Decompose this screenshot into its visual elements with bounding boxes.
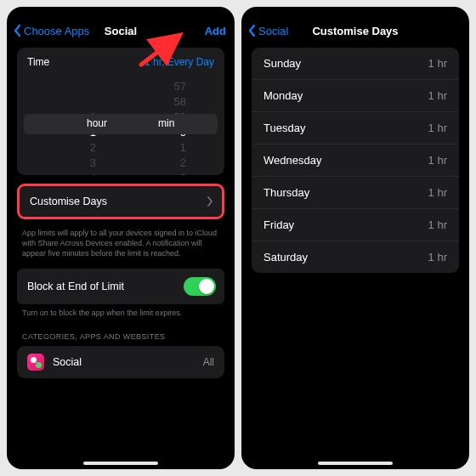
day-row-sun[interactable]: Sunday1 hr (252, 48, 459, 80)
picker-selection-band (24, 114, 218, 134)
category-meta: All (203, 356, 214, 368)
phone-left: Choose Apps Social Add Time 1 hr, Every … (7, 7, 235, 469)
content: Time 1 hr, Every Day 0 1 2 3 4 (7, 48, 235, 469)
time-picker-card: Time 1 hr, Every Day 0 1 2 3 4 (17, 48, 224, 175)
customise-days-row[interactable]: Customise Days (20, 186, 222, 217)
back-button[interactable]: Choose Apps (12, 24, 89, 37)
nav-bar: Social Customise Days (241, 19, 469, 48)
chevron-left-icon (246, 24, 257, 37)
status-bar (7, 7, 235, 19)
chevron-right-icon (207, 196, 213, 207)
highlight-customise-days: Customise Days (17, 184, 224, 219)
day-row-thu[interactable]: Thursday1 hr (252, 177, 459, 209)
category-row[interactable]: Social All (17, 346, 224, 378)
back-button[interactable]: Social (246, 24, 288, 37)
limits-footnote: App limits will apply to all your device… (17, 224, 224, 269)
status-bar (241, 7, 469, 19)
day-row-fri[interactable]: Friday1 hr (252, 209, 459, 241)
back-label: Choose Apps (24, 25, 89, 37)
block-row: Block at End of Limit (17, 269, 224, 304)
duration-picker[interactable]: 0 1 2 3 4 57 58 59 0 1 2 3 (17, 73, 224, 175)
day-row-wed[interactable]: Wednesday1 hr (252, 144, 459, 177)
category-label: Social (53, 356, 195, 368)
day-row-sat[interactable]: Saturday1 hr (252, 241, 459, 273)
home-indicator[interactable] (318, 462, 393, 465)
add-button[interactable]: Add (205, 25, 226, 37)
social-icon (27, 354, 44, 371)
home-indicator[interactable] (83, 462, 158, 465)
min-unit: min (158, 117, 174, 129)
time-row[interactable]: Time 1 hr, Every Day (17, 48, 224, 73)
block-card: Block at End of Limit (17, 269, 224, 304)
block-label: Block at End of Limit (27, 280, 124, 292)
customise-days-label: Customise Days (30, 196, 107, 207)
block-footnote: Turn on to block the app when the limit … (17, 304, 224, 328)
nav-bar: Choose Apps Social Add (7, 19, 235, 48)
phone-right: Social Customise Days Sunday1 hr Monday1… (241, 7, 469, 469)
time-value: 1 hr, Every Day (144, 56, 214, 68)
time-label: Time (27, 56, 49, 68)
chevron-left-icon (12, 24, 22, 37)
day-row-mon[interactable]: Monday1 hr (252, 80, 459, 112)
back-label: Social (258, 25, 288, 37)
hour-unit: hour (87, 117, 107, 129)
days-list: Sunday1 hr Monday1 hr Tuesday1 hr Wednes… (252, 48, 459, 273)
content: Sunday1 hr Monday1 hr Tuesday1 hr Wednes… (241, 48, 469, 469)
block-toggle[interactable] (184, 277, 216, 296)
categories-header: CATEGORIES, APPS AND WEBSITES (17, 329, 224, 346)
day-row-tue[interactable]: Tuesday1 hr (252, 112, 459, 144)
